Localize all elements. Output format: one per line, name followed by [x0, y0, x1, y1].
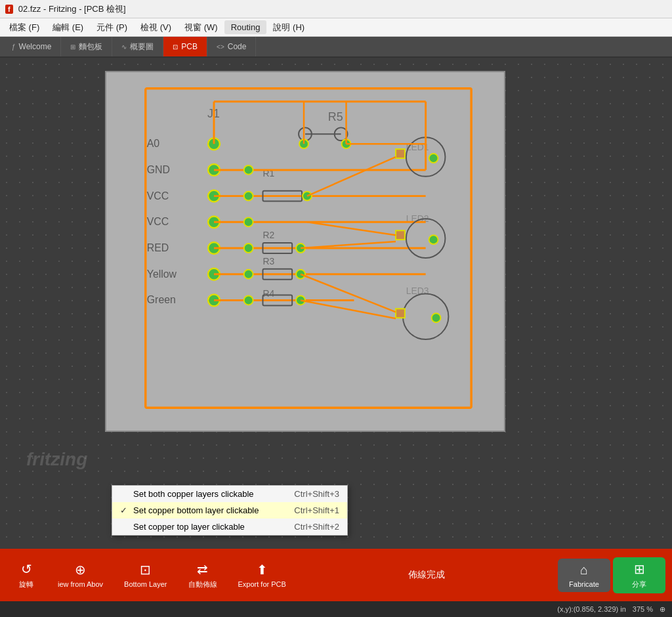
rotate-icon: ↺ — [21, 561, 32, 577]
ctx-both-layers-label: Set both copper layers clickable — [133, 489, 254, 499]
menu-view[interactable]: 檢視 (V) — [134, 20, 178, 35]
ctx-top-layer-label: Set copper top layer clickable — [133, 522, 245, 532]
menu-help[interactable]: 說明 (H) — [266, 20, 311, 35]
fritzing-watermark: fritzing — [26, 449, 87, 470]
zoom-icon: ⊕ — [660, 605, 665, 614]
tab-code-icon: <> — [217, 43, 224, 51]
svg-point-57 — [406, 219, 446, 258]
svg-text:R3: R3 — [262, 256, 274, 266]
svg-text:RED: RED — [147, 242, 169, 253]
export-icon: ⬆ — [257, 562, 268, 578]
menubar: 檔案 (F) 編輯 (E) 元件 (P) 檢視 (V) 視窗 (W) Routi… — [0, 18, 672, 37]
share-button[interactable]: ⊞ 分享 — [613, 557, 665, 593]
svg-rect-55 — [396, 149, 405, 158]
titlebar: f 02.fzz - Fritzing - [PCB 檢視] — [0, 0, 672, 18]
svg-line-66 — [307, 222, 396, 235]
tab-schematic[interactable]: ∿ 概要圖 — [112, 37, 163, 56]
fabricate-icon: ⌂ — [580, 563, 588, 578]
autoroute-label: 自動佈線 — [188, 580, 217, 589]
menu-file[interactable]: 檔案 (F) — [3, 20, 46, 35]
svg-point-60 — [403, 294, 448, 339]
rotate-button[interactable]: ↺ 旋轉 — [7, 557, 46, 593]
view-above-icon: ⊕ — [75, 562, 86, 578]
menu-edit[interactable]: 編輯 (E) — [46, 20, 90, 35]
tab-pcb-icon: ⊡ — [173, 43, 178, 51]
svg-text:R2: R2 — [262, 230, 274, 240]
svg-line-68 — [301, 274, 396, 312]
coordinates-display: (x,y):(0.856, 2.329) in — [557, 605, 626, 613]
tab-code-label: Code — [228, 42, 247, 51]
svg-text:A0: A0 — [147, 138, 160, 149]
ctx-top-layer[interactable]: Set copper top layer clickable Ctrl+Shif… — [112, 519, 347, 535]
svg-line-65 — [307, 157, 396, 196]
svg-point-35 — [244, 165, 253, 175]
fabricate-button[interactable]: ⌂ Fabricate — [558, 559, 610, 592]
tab-breadboard[interactable]: ⊞ 麵包板 — [61, 37, 112, 56]
check-bottom: ✓ — [120, 505, 129, 515]
check-top — [120, 522, 129, 532]
svg-line-69 — [301, 300, 396, 318]
tab-welcome[interactable]: ƒ Welcome — [3, 37, 61, 56]
tab-welcome-label: Welcome — [19, 42, 52, 51]
menu-window[interactable]: 視窗 (W) — [178, 20, 224, 35]
bottom-layer-icon: ⊡ — [140, 562, 151, 578]
view-from-above-button[interactable]: ⊕ iew from Abov — [49, 558, 112, 592]
zoom-level: 375 % — [633, 605, 653, 613]
tabbar: ƒ Welcome ⊞ 麵包板 ∿ 概要圖 ⊡ PCB <> Code — [0, 37, 672, 58]
main-canvas[interactable]: J1 R5 LED1 LED2 LED3 R1 R2 R3 R4 A0 GND … — [0, 58, 672, 549]
menu-routing[interactable]: Routing — [224, 20, 267, 34]
svg-point-41 — [244, 217, 253, 226]
circuit-diagram: J1 R5 LED1 LED2 LED3 R1 R2 R3 R4 A0 GND … — [106, 72, 504, 431]
tab-code[interactable]: <> Code — [207, 37, 256, 56]
tab-breadboard-icon: ⊞ — [70, 43, 75, 51]
share-label: 分享 — [632, 580, 646, 589]
export-label: Export for PCB — [238, 580, 286, 588]
menu-component[interactable]: 元件 (P) — [90, 20, 134, 35]
status-bar: (x,y):(0.856, 2.329) in 375 % ⊕ — [0, 601, 672, 617]
ctx-bottom-layer-label: Set copper bottom layer clickable — [133, 505, 259, 515]
tab-schematic-icon: ∿ — [121, 43, 127, 51]
bottom-toolbar: ↺ 旋轉 ⊕ iew from Abov ⊡ Bottom Layer ⇄ 自動… — [0, 549, 672, 601]
tab-pcb-label: PCB — [181, 42, 198, 51]
svg-text:Yellow: Yellow — [147, 268, 177, 280]
svg-point-56 — [429, 154, 438, 163]
autoroute-button[interactable]: ⇄ 自動佈線 — [179, 557, 226, 593]
svg-text:VCC: VCC — [147, 190, 169, 202]
routing-complete-label: 佈線完成 — [298, 569, 555, 581]
bottom-layer-button[interactable]: ⊡ Bottom Layer — [115, 558, 176, 592]
window-title: 02.fzz - Fritzing - [PCB 檢視] — [18, 3, 126, 15]
context-menu: Set both copper layers clickable Ctrl+Sh… — [112, 485, 348, 536]
ctx-bottom-layer-shortcut: Ctrl+Shift+1 — [294, 505, 339, 515]
ctx-both-layers-shortcut: Ctrl+Shift+3 — [294, 489, 339, 499]
svg-point-62 — [432, 313, 441, 322]
svg-point-51 — [244, 296, 253, 305]
fabricate-label: Fabricate — [569, 580, 599, 588]
svg-text:R4: R4 — [262, 288, 274, 299]
svg-rect-61 — [396, 308, 405, 318]
tab-breadboard-label: 麵包板 — [79, 41, 102, 53]
pcb-board[interactable]: J1 R5 LED1 LED2 LED3 R1 R2 R3 R4 A0 GND … — [105, 71, 505, 432]
ctx-top-layer-shortcut: Ctrl+Shift+2 — [294, 522, 339, 532]
view-above-label: iew from Abov — [58, 580, 103, 588]
bottom-layer-label: Bottom Layer — [124, 580, 167, 588]
svg-text:Green: Green — [147, 294, 176, 305]
share-icon: ⊞ — [634, 561, 645, 577]
check-both — [120, 489, 129, 499]
app-logo: f — [5, 5, 13, 14]
ctx-both-layers[interactable]: Set both copper layers clickable Ctrl+Sh… — [112, 486, 347, 502]
svg-point-59 — [429, 235, 438, 244]
tab-welcome-icon: ƒ — [12, 43, 16, 51]
svg-point-47 — [244, 270, 253, 279]
tab-pcb[interactable]: ⊡ PCB — [163, 37, 207, 56]
svg-point-37 — [244, 192, 253, 201]
autoroute-icon: ⇄ — [197, 561, 208, 577]
svg-text:VCC: VCC — [147, 216, 169, 227]
export-pcb-button[interactable]: ⬆ Export for PCB — [229, 558, 295, 592]
svg-text:GND: GND — [147, 164, 170, 175]
ctx-bottom-layer[interactable]: ✓ Set copper bottom layer clickable Ctrl… — [112, 502, 347, 519]
svg-rect-58 — [396, 230, 405, 240]
tab-schematic-label: 概要圖 — [130, 41, 154, 53]
svg-point-43 — [244, 244, 253, 253]
svg-text:R5: R5 — [328, 110, 343, 123]
rotate-label: 旋轉 — [19, 580, 33, 589]
